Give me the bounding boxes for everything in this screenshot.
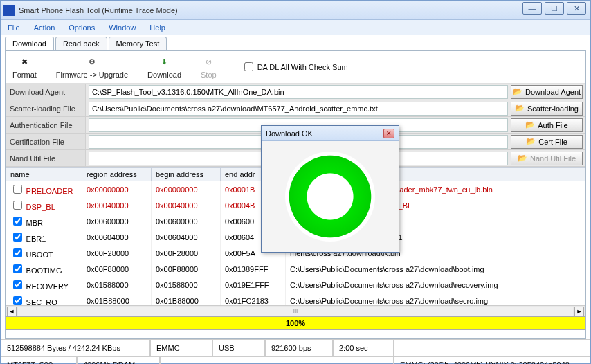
- app-window: Smart Phone Flash Tool (Runtime Trace Mo…: [0, 0, 591, 364]
- col-region-address[interactable]: region address: [82, 168, 152, 181]
- row-checkbox[interactable]: [13, 296, 22, 305]
- row-checkbox[interactable]: [13, 217, 22, 226]
- scatter-button[interactable]: 📂Scatter-loading: [511, 102, 583, 116]
- row-checkbox[interactable]: [13, 185, 22, 194]
- download-agent-button[interactable]: 📂Download Agent: [511, 85, 583, 99]
- format-icon: ✖: [17, 55, 31, 69]
- cell-begin-address: 0x00000000: [152, 181, 221, 198]
- cell-region-address: 0x00F88000: [82, 261, 152, 277]
- row-checkbox[interactable]: [13, 280, 22, 289]
- cell-region-address: 0x01588000: [82, 277, 152, 293]
- toolbar: ✖ Format ⚙ Firmware -> Upgrade ⬇ Downloa…: [6, 51, 585, 84]
- scroll-left-button[interactable]: ◄: [7, 307, 17, 316]
- col-name[interactable]: name: [6, 168, 82, 181]
- progress-bar: 100%: [6, 316, 585, 330]
- cell-location: C:\Users\Public\Documents\cross a27\down…: [286, 277, 585, 293]
- cell-region-address: 0x00F28000: [82, 245, 152, 261]
- cell-begin-address: 0x00604000: [152, 229, 221, 245]
- da-checksum-option[interactable]: DA DL All With Check Sum: [244, 62, 348, 71]
- row-checkbox[interactable]: [13, 248, 22, 257]
- cell-end-address: 0x01389FFF: [221, 261, 286, 277]
- status-baud: 921600 bps: [265, 340, 333, 356]
- status-emmc: EMMC: (28Gb+4096Mb) HYNIX 0x2058494e5948: [394, 356, 590, 364]
- status-connection: USB: [212, 340, 265, 356]
- format-button[interactable]: ✖ Format: [12, 55, 37, 79]
- menu-window[interactable]: Window: [109, 24, 136, 32]
- status-empty2: [160, 356, 394, 364]
- cell-region-address: 0x01B88000: [82, 293, 152, 305]
- dialog-titlebar[interactable]: Download OK ✕: [262, 126, 399, 141]
- nand-label: Nand Util File: [6, 150, 86, 166]
- cell-region-address: 0x00040000: [82, 197, 152, 213]
- cell-begin-address: 0x00F28000: [152, 245, 221, 261]
- close-button[interactable]: ✕: [567, 2, 586, 15]
- tab-memory-test[interactable]: Memory Test: [109, 37, 167, 50]
- folder-icon: 📂: [515, 104, 525, 113]
- status-storage: EMMC: [150, 340, 212, 356]
- cell-end-address: 0x019E1FFF: [221, 277, 286, 293]
- cell-begin-address: 0x00F88000: [152, 261, 221, 277]
- row-checkbox[interactable]: [13, 201, 22, 210]
- dialog-body: [262, 141, 399, 252]
- scroll-track[interactable]: III: [18, 307, 573, 316]
- table-row[interactable]: BOOTIMG0x00F880000x00F880000x01389FFFC:\…: [6, 261, 585, 277]
- status-empty: [394, 340, 590, 356]
- app-icon: [3, 5, 15, 16]
- dialog-close-button[interactable]: ✕: [383, 129, 394, 138]
- download-button[interactable]: ⬇ Download: [147, 55, 181, 79]
- window-title: Smart Phone Flash Tool (Runtime Trace Mo…: [19, 6, 178, 15]
- cell-end-address: 0x01FC2183: [221, 293, 286, 305]
- menu-file[interactable]: File: [8, 24, 20, 32]
- table-row[interactable]: SEC_RO0x01B880000x01B880000x01FC2183C:\U…: [6, 293, 585, 305]
- maximize-button[interactable]: ☐: [545, 2, 564, 15]
- scatter-field[interactable]: C:\Users\Public\Documents\cross a27\down…: [89, 102, 508, 116]
- folder-icon: 📂: [513, 87, 522, 96]
- cell-begin-address: 0x00600000: [152, 213, 221, 229]
- cert-label: Certification File: [6, 134, 86, 149]
- cell-region-address: 0x00600000: [82, 213, 152, 229]
- horizontal-scrollbar[interactable]: ◄ III ►: [6, 305, 585, 316]
- scroll-right-button[interactable]: ►: [574, 307, 584, 316]
- download-agent-label: Download Agent: [6, 84, 86, 100]
- cert-button[interactable]: 📂Cert File: [511, 135, 583, 149]
- upgrade-icon: ⚙: [85, 55, 99, 69]
- dialog-title-text: Download OK: [266, 129, 313, 138]
- menu-options[interactable]: Options: [69, 24, 95, 32]
- download-icon: ⬇: [158, 55, 172, 69]
- cell-region-address: 0x00000000: [82, 181, 152, 198]
- folder-icon: 📂: [525, 120, 535, 129]
- status-dram: 4096Mb DRAM: [77, 356, 160, 364]
- status-chip: MT6577_S00: [1, 356, 77, 364]
- cell-begin-address: 0x01B88000: [152, 293, 221, 305]
- tab-bar: Download Read back Memory Test: [5, 37, 586, 50]
- auth-button[interactable]: 📂Auth File: [511, 118, 583, 132]
- row-checkbox[interactable]: [13, 233, 22, 242]
- download-agent-field[interactable]: C:\SP_Flash_Tool_v3.1316.0.150\MTK_AllIn…: [89, 85, 508, 99]
- table-row[interactable]: RECOVERY0x015880000x015880000x019E1FFFC:…: [6, 277, 585, 293]
- auth-label: Authentication File: [6, 117, 86, 133]
- success-ring-icon: [285, 152, 375, 242]
- menu-help[interactable]: Help: [149, 24, 165, 32]
- scatter-label: Scatter-loading File: [6, 100, 86, 116]
- status-time: 2:00 sec: [333, 340, 394, 356]
- stop-icon: ⊘: [201, 55, 215, 69]
- folder-icon: 📂: [518, 154, 527, 163]
- cell-begin-address: 0x00040000: [152, 197, 221, 213]
- firmware-upgrade-button[interactable]: ⚙ Firmware -> Upgrade: [56, 55, 128, 79]
- tab-readback[interactable]: Read back: [55, 37, 107, 50]
- status-bytes: 512598884 Bytes / 4242.24 KBps: [1, 340, 150, 356]
- tab-download[interactable]: Download: [5, 37, 54, 50]
- status-bar: 512598884 Bytes / 4242.24 KBps EMMC USB …: [1, 339, 590, 364]
- col-begin-address[interactable]: begin address: [152, 168, 221, 181]
- menu-action[interactable]: Action: [34, 24, 55, 32]
- menubar: File Action Options Window Help: [1, 20, 590, 35]
- minimize-button[interactable]: —: [522, 2, 542, 15]
- da-checksum-checkbox[interactable]: [244, 62, 253, 71]
- cell-location: C:\Users\Public\Documents\cross a27\down…: [286, 293, 585, 305]
- progress-text: 100%: [286, 319, 305, 327]
- row-checkbox[interactable]: [13, 264, 22, 273]
- nand-button: 📂Nand Util File: [511, 152, 583, 165]
- folder-icon: 📂: [526, 137, 536, 146]
- stop-button[interactable]: ⊘ Stop: [201, 55, 217, 79]
- cell-location: C:\Users\Public\Documents\cross a27\down…: [286, 261, 585, 277]
